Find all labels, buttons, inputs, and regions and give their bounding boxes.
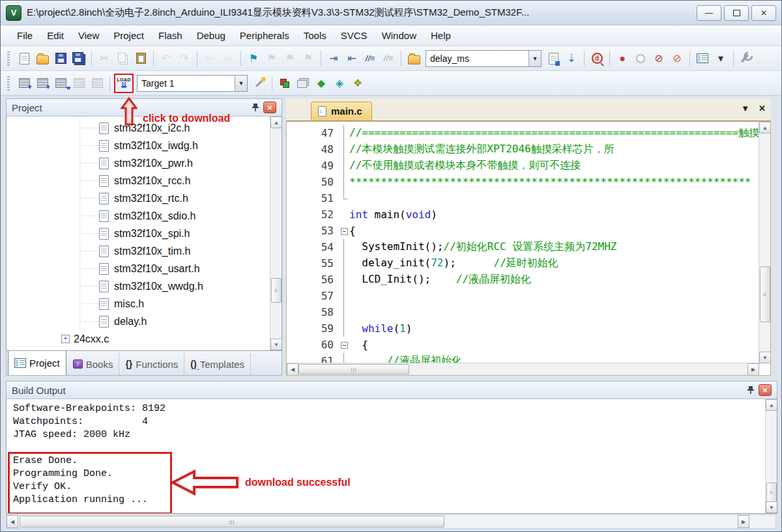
scroll-up-icon[interactable]: ▲ <box>759 122 771 133</box>
menu-svcs[interactable]: SVCS <box>334 27 375 44</box>
bookmark-toggle-icon[interactable]: ⚑ <box>245 50 262 67</box>
editor-hscrollbar[interactable]: ◀ ||| ▶ <box>287 363 759 375</box>
menu-flash[interactable]: Flash <box>151 27 190 44</box>
menu-tools[interactable]: Tools <box>297 27 334 44</box>
undo-icon[interactable]: ↶ <box>158 50 175 67</box>
menu-help[interactable]: Help <box>424 27 458 44</box>
find-in-files-icon[interactable] <box>405 50 422 67</box>
scroll-thumb[interactable]: ||| <box>298 364 409 374</box>
menu-edit[interactable]: Edit <box>40 27 71 44</box>
pin-icon[interactable] <box>252 103 259 112</box>
menu-peripherals[interactable]: Peripherals <box>233 27 297 44</box>
tree-item[interactable]: stm32f10x_spi.h <box>7 225 270 242</box>
tree-item[interactable]: stm32f10x_tim.h <box>7 242 270 260</box>
indent-left-icon[interactable]: ⇤ <box>343 50 360 67</box>
fold-marker[interactable] <box>339 223 349 239</box>
scroll-down-icon[interactable]: ▼ <box>766 501 777 513</box>
file-extensions-icon[interactable]: ◈ <box>331 75 348 92</box>
menu-view[interactable]: View <box>71 27 106 44</box>
manage-books-icon[interactable]: ❖ <box>349 75 366 92</box>
window-stack-icon[interactable] <box>295 75 311 92</box>
navigate-back-icon[interactable]: ⇦ <box>201 50 218 67</box>
indent-right-icon[interactable]: ⇥ <box>325 50 342 67</box>
combo-dropdown-icon[interactable]: ▼ <box>529 51 541 66</box>
layout-dropdown-icon[interactable]: ▾ <box>712 50 729 67</box>
scroll-up-icon[interactable]: ▲ <box>766 399 777 411</box>
project-tree-scrollbar[interactable]: ▲ ≡ ▼ <box>270 117 282 350</box>
build-output-hscrollbar[interactable]: ◀ ||| ▶ <box>6 514 776 529</box>
combo-dropdown-icon[interactable]: ▼ <box>235 76 247 91</box>
maximize-button[interactable] <box>724 5 749 21</box>
close-button[interactable]: ✕ <box>751 5 776 21</box>
scroll-thumb[interactable]: ≡ <box>760 266 770 322</box>
new-file-icon[interactable] <box>16 50 33 67</box>
tree-item[interactable]: stm32f10x_rcc.h <box>7 172 270 189</box>
scroll-right-icon[interactable]: ▶ <box>738 515 749 528</box>
rebuild-all-icon[interactable] <box>52 75 69 92</box>
scroll-down-icon[interactable]: ▼ <box>759 352 771 363</box>
editor-close-icon[interactable]: ✕ <box>759 104 766 113</box>
navigate-forward-icon[interactable]: ⇨ <box>220 50 237 67</box>
tree-item[interactable]: stm32f10x_usart.h <box>7 260 270 277</box>
tree-item[interactable]: misc.h <box>7 295 270 313</box>
tab-list-dropdown-icon[interactable]: ▼ <box>741 104 749 113</box>
find-all-references-icon[interactable]: d <box>588 50 605 67</box>
code-editor[interactable]: 47//====================================… <box>286 121 771 376</box>
tree-item[interactable]: stm32f10x_rtc.h <box>7 189 270 207</box>
batch-build-icon[interactable] <box>70 75 87 92</box>
find-next-icon[interactable] <box>545 50 562 67</box>
search-box[interactable]: delay_ms▼ <box>426 50 542 67</box>
tree-item-partial[interactable]: +24cxx.c <box>7 330 270 348</box>
comment-selection-icon[interactable]: //≡ <box>362 50 379 67</box>
configure-tools-icon[interactable] <box>738 50 755 67</box>
copy-icon[interactable] <box>114 50 131 67</box>
open-folder-icon[interactable] <box>34 50 51 67</box>
scroll-thumb[interactable]: ≡ <box>766 483 777 502</box>
target-select[interactable]: Target 1▼ <box>137 75 248 92</box>
load-download-button[interactable]: LOAD⇊ <box>114 74 134 93</box>
tree-item[interactable]: stm32f10x_pwr.h <box>7 154 270 172</box>
build-output-log[interactable]: Software-Breakpoints: 8192Watchpoints: 4… <box>6 399 777 514</box>
options-for-target-icon[interactable] <box>251 75 268 92</box>
scroll-thumb[interactable]: ||| <box>20 516 444 527</box>
fold-marker[interactable] <box>339 337 349 353</box>
bookmark-next-icon[interactable]: ⚑ <box>282 50 298 67</box>
translate-file-icon[interactable] <box>16 75 33 92</box>
pin-icon[interactable] <box>747 385 755 395</box>
tab-books[interactable]: ?Books <box>67 353 120 375</box>
scroll-down-icon[interactable]: ▼ <box>270 339 282 350</box>
window-layout-icon[interactable] <box>694 50 711 67</box>
manage-run-time-environment-icon[interactable]: ◆ <box>313 75 330 92</box>
build-output-vscrollbar[interactable]: ▲ ≡ ▼ <box>765 399 777 513</box>
tree-item[interactable]: delay.h <box>7 313 270 330</box>
redo-icon[interactable]: ↷ <box>176 50 193 67</box>
scroll-thumb[interactable]: ≡ <box>271 278 282 303</box>
uncomment-selection-icon[interactable]: //≡ <box>380 50 397 67</box>
save-icon[interactable] <box>52 50 69 67</box>
menu-window[interactable]: Window <box>375 27 424 44</box>
scroll-up-icon[interactable]: ▲ <box>270 117 282 128</box>
kill-all-breakpoints-icon[interactable]: ⊘ <box>669 50 686 67</box>
project-close-icon[interactable]: ✕ <box>263 102 276 113</box>
insert-breakpoint-icon[interactable]: ● <box>614 50 631 67</box>
tab-main-c[interactable]: main.c <box>311 102 372 120</box>
save-all-icon[interactable] <box>70 50 87 67</box>
menu-project[interactable]: Project <box>106 27 151 44</box>
bookmark-prev-icon[interactable]: ⚑ <box>263 50 280 67</box>
menu-debug[interactable]: Debug <box>190 27 233 44</box>
kill-breakpoint-icon[interactable]: ⊘ <box>650 50 667 67</box>
expand-icon[interactable]: + <box>61 335 70 343</box>
scroll-left-icon[interactable]: ◀ <box>287 363 298 376</box>
scroll-right-icon[interactable]: ▶ <box>747 363 759 376</box>
tab-project[interactable]: Project <box>8 350 66 375</box>
start-debug-session-icon[interactable] <box>276 75 293 92</box>
cut-icon[interactable]: ✂ <box>96 50 113 67</box>
tab-functions[interactable]: {}Functions <box>119 353 184 375</box>
build-output-close-icon[interactable]: ✕ <box>759 384 772 396</box>
bookmark-clear-icon[interactable]: ⚑ <box>300 50 317 67</box>
editor-vscrollbar[interactable]: ▲ ≡ ▼ <box>759 122 770 363</box>
minimize-button[interactable]: — <box>697 5 721 21</box>
stop-build-icon[interactable] <box>89 75 106 92</box>
incremental-find-icon[interactable]: ⇣ <box>563 50 580 67</box>
tab-templates[interactable]: ()Templates <box>184 353 251 375</box>
